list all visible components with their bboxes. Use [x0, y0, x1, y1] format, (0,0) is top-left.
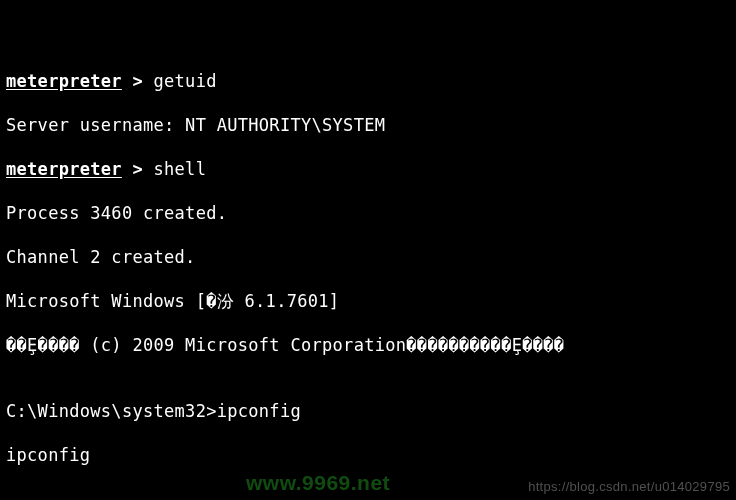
command-shell: shell [154, 159, 207, 179]
terminal-output: meterpreter > getuid Server username: NT… [6, 48, 730, 500]
cmd-prompt-ipconfig: C:\Windows\system32>ipconfig [6, 400, 730, 422]
prompt-separator: > [122, 71, 154, 91]
meterpreter-prompt: meterpreter [6, 71, 122, 91]
output-process-created: Process 3460 created. [6, 202, 730, 224]
output-windows-version: Microsoft Windows [�汾 6.1.7601] [6, 290, 730, 312]
output-server-username: Server username: NT AUTHORITY\SYSTEM [6, 114, 730, 136]
output-channel-created: Channel 2 created. [6, 246, 730, 268]
output-ipconfig-echo: ipconfig [6, 444, 730, 466]
terminal-window[interactable]: meterpreter > getuid Server username: NT… [0, 0, 736, 500]
meterpreter-prompt: meterpreter [6, 159, 122, 179]
command-getuid: getuid [154, 71, 217, 91]
output-copyright: ��Ȩ���� (c) 2009 Microsoft Corporation��… [6, 334, 730, 356]
prompt-separator: > [122, 159, 154, 179]
